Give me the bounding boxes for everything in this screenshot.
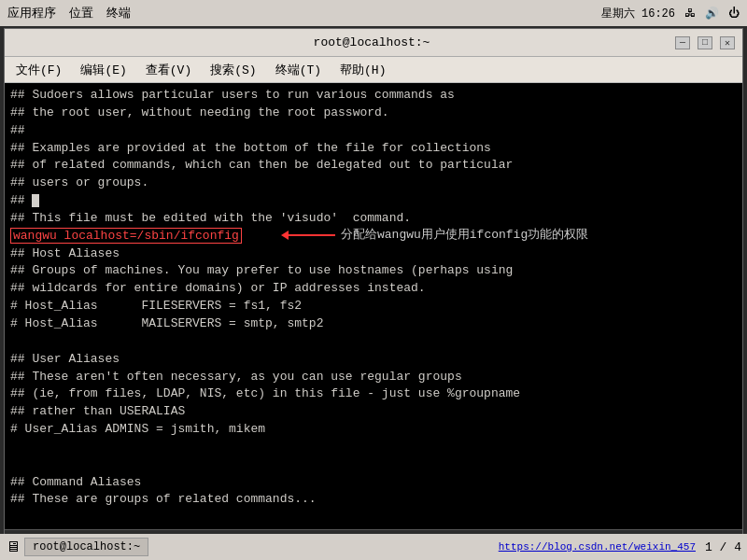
line-u5: # User_Alias ADMINS = jsmith, mikem <box>10 421 737 439</box>
taskbar-left: 🖥 root@localhost:~ <box>6 538 148 556</box>
taskbar-link[interactable]: https://blog.csdn.net/weixin_457 <box>499 541 696 553</box>
system-bar-left: 应用程序 位置 终端 <box>7 5 131 21</box>
minimize-button[interactable]: — <box>675 36 690 49</box>
taskbar-right: https://blog.csdn.net/weixin_457 1 / 4 <box>499 540 741 554</box>
taskbar: 🖥 root@localhost:~ https://blog.csdn.net… <box>0 534 747 560</box>
taskbar-app-label: root@localhost:~ <box>33 540 140 553</box>
terminal-menu-item[interactable]: 终端(T) <box>268 60 329 80</box>
highlighted-section: wangwu localhost=/sbin/ifconfig 分配给wangw… <box>10 228 737 245</box>
help-menu[interactable]: 帮助(H) <box>332 60 393 80</box>
network-icon: 🖧 <box>684 7 696 21</box>
position-menu[interactable]: 位置 <box>69 5 93 21</box>
edit-menu[interactable]: 编辑(E) <box>73 60 134 80</box>
view-menu[interactable]: 查看(V) <box>138 60 199 80</box>
arrow-head <box>281 231 289 240</box>
window-controls: — □ ✕ <box>675 36 735 49</box>
line-5: ## of related commands, which can then b… <box>10 157 737 175</box>
window-title: root@localhost:~ <box>68 35 675 49</box>
terminal-menu[interactable]: 终端 <box>106 5 131 21</box>
line-7: ## <box>10 192 737 210</box>
annotation-container: 分配给wangwu用户使用ifconfig功能的权限 <box>289 227 588 245</box>
line-8: ## This file must be edited with the 'vi… <box>10 210 737 228</box>
line-3: ## <box>10 122 737 140</box>
line-u2: ## These aren't often necessary, as you … <box>10 369 737 386</box>
menu-bar: 文件(F) 编辑(E) 查看(V) 搜索(S) 终端(T) 帮助(H) <box>5 57 742 83</box>
annotation-text: 分配给wangwu用户使用ifconfig功能的权限 <box>341 227 588 245</box>
search-menu[interactable]: 搜索(S) <box>203 60 263 80</box>
taskbar-app[interactable]: root@localhost:~ <box>24 538 148 556</box>
title-bar: root@localhost:~ — □ ✕ <box>5 29 742 57</box>
file-menu[interactable]: 文件(F) <box>8 60 69 80</box>
line-empty3 <box>10 456 737 474</box>
line-empty2 <box>10 439 737 456</box>
line-u1: ## User Aliases <box>10 351 737 369</box>
system-bar: 应用程序 位置 终端 星期六 16:26 🖧 🔊 ⏻ <box>0 0 747 26</box>
power-icon: ⏻ <box>728 7 740 21</box>
line-u3: ## (ie, from files, LDAP, NIS, etc) in t… <box>10 385 737 403</box>
line-u4: ## rather than USERALIAS <box>10 403 737 421</box>
system-bar-right: 星期六 16:26 🖧 🔊 ⏻ <box>601 6 740 21</box>
line-2: ## the root user, without needing the ro… <box>10 105 737 122</box>
highlighted-command: wangwu localhost=/sbin/ifconfig <box>10 228 242 244</box>
line-4: ## Examples are provided at the bottom o… <box>10 140 737 158</box>
maximize-button[interactable]: □ <box>698 36 712 49</box>
line-h3: ## wildcards for entire domains) or IP a… <box>10 280 737 298</box>
page-indicator: 1 / 4 <box>705 540 741 554</box>
datetime: 星期六 16:26 <box>601 6 675 21</box>
arrow-body <box>289 234 335 236</box>
line-h2: ## Groups of machines. You may prefer to… <box>10 262 737 280</box>
line-1: ## Sudoers allows particular users to ru… <box>10 87 737 105</box>
close-button[interactable]: ✕ <box>720 36 735 49</box>
line-h4: # Host_Alias FILESERVERS = fs1, fs2 <box>10 298 737 315</box>
terminal-content[interactable]: ## Sudoers allows particular users to ru… <box>5 83 742 529</box>
line-c1: ## Command Aliases <box>10 474 737 492</box>
apps-menu[interactable]: 应用程序 <box>7 5 56 21</box>
line-6: ## users or groups. <box>10 175 737 192</box>
volume-icon: 🔊 <box>705 7 719 21</box>
line-h5: # Host_Alias MAILSERVERS = smtp, smtp2 <box>10 315 737 333</box>
terminal-window: root@localhost:~ — □ ✕ 文件(F) 编辑(E) 查看(V)… <box>4 28 743 551</box>
line-empty1 <box>10 333 737 351</box>
line-c2: ## These are groups of related commands.… <box>10 491 737 509</box>
terminal-icon: 🖥 <box>6 539 21 556</box>
line-h1: ## Host Aliases <box>10 245 737 263</box>
